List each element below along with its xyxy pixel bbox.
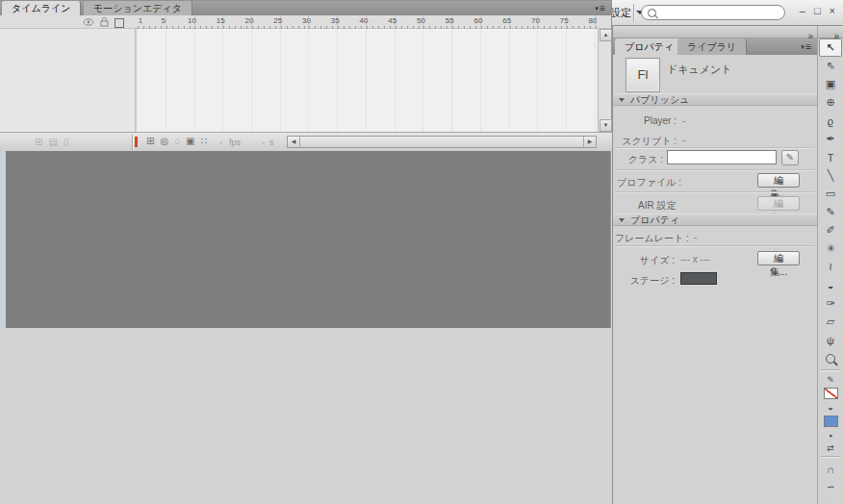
maximize-button[interactable]: □	[814, 3, 821, 18]
publish-section-header[interactable]: パブリッシュ	[613, 93, 817, 106]
layer-list-pane[interactable]	[0, 29, 135, 132]
text-tool[interactable]: T	[818, 148, 843, 166]
brush-tool[interactable]: ✐	[818, 221, 843, 239]
frame-number: 70	[531, 16, 540, 25]
lasso-tool[interactable]: ϱ	[818, 112, 843, 130]
edit-class-pencil-button[interactable]: ✎	[781, 150, 799, 165]
straighten-option[interactable]: ∟	[818, 496, 843, 504]
selection-tool[interactable]: ↖	[819, 38, 842, 57]
bone-tool[interactable]: ≀	[818, 258, 843, 276]
minimize-button[interactable]: –	[800, 3, 805, 18]
row-divider	[615, 147, 814, 149]
fps-value: -	[219, 138, 222, 147]
frame-number: 65	[502, 16, 511, 25]
tab-properties[interactable]: プロパティ	[615, 38, 684, 55]
air-edit-button[interactable]: 編集...	[757, 196, 800, 211]
pencil-tool[interactable]: ✎	[818, 203, 843, 221]
zoom-tool[interactable]	[818, 349, 843, 367]
horizontal-scrollbar[interactable]: ◀ ▶	[287, 136, 597, 148]
properties-panel-menu-icon[interactable]: ▾☰	[801, 43, 812, 51]
collapse-triangle-icon	[619, 98, 625, 102]
pen-tool[interactable]: ✒	[818, 130, 843, 148]
frame-number: 30	[302, 16, 311, 25]
document-icon: Fl	[626, 58, 660, 92]
center-frame-button-icon[interactable]: ⊞	[146, 136, 154, 146]
scroll-down-button[interactable]: ▼	[600, 119, 612, 132]
frame-number: 60	[474, 16, 483, 25]
stage-color-label: ステージ :	[613, 274, 675, 288]
frame-number: 80	[589, 16, 597, 25]
stroke-color-icon[interactable]: ✎	[818, 373, 843, 386]
layer-outline-icon[interactable]	[115, 18, 124, 28]
fill-color-swatch[interactable]	[824, 416, 838, 427]
magnifier-icon	[826, 354, 835, 364]
paint-bucket-tool[interactable]: ◒	[818, 276, 843, 294]
air-settings-label: AIR 設定	[638, 199, 676, 213]
tab-motion-editor[interactable]: モーションエディタ	[84, 1, 192, 15]
layer-lock-icon[interactable]	[100, 17, 109, 27]
seconds-label: s	[269, 138, 274, 147]
playhead-marker-icon[interactable]	[135, 137, 138, 147]
scroll-right-button[interactable]: ▶	[584, 137, 596, 147]
properties-section-header[interactable]: プロパティ	[613, 214, 817, 226]
new-folder-button-icon[interactable]: ▤	[48, 137, 57, 147]
player-value: -	[682, 115, 685, 126]
frame-number: 20	[245, 16, 254, 25]
swap-colors-button[interactable]: ⇄	[818, 441, 843, 454]
new-layer-button-icon[interactable]: ⊞	[35, 137, 42, 147]
layer-visibility-icon[interactable]	[83, 18, 94, 26]
modify-markers-button-icon[interactable]: ∷	[201, 136, 207, 146]
close-button[interactable]: ×	[830, 3, 835, 18]
hand-tool[interactable]: ψ	[818, 331, 843, 349]
edit-multiple-frames-button-icon[interactable]: ▣	[186, 136, 194, 146]
fill-color-icon[interactable]: ◒	[818, 401, 843, 414]
script-value: -	[682, 135, 685, 145]
tool-stack: ↖⇖▣⊕ϱ✒T╲▭✎✐✳≀◒✑▱ψ✎◒▪⇄∩∽∟	[818, 38, 843, 504]
profile-edit-button[interactable]: 編集...	[757, 173, 800, 188]
line-tool[interactable]: ╲	[818, 166, 843, 185]
subselection-tool[interactable]: ⇖	[818, 57, 843, 75]
scrollbar-thumb[interactable]	[299, 137, 584, 147]
timeline-tabbar: タイムライン モーションエディタ ▾☰	[0, 1, 611, 15]
size-edit-button[interactable]: 編集...	[757, 251, 800, 265]
tab-library[interactable]: ライブラリ	[677, 38, 747, 55]
tab-timeline[interactable]: タイムライン	[2, 1, 81, 15]
smooth-option[interactable]: ∽	[818, 478, 843, 496]
rectangle-tool[interactable]: ▭	[818, 185, 843, 203]
search-box[interactable]	[641, 5, 785, 20]
onion-skin-button-icon[interactable]: ◎	[160, 136, 168, 146]
flash-application-window: Fl ファイル(F)編集(E)コマンド(C)ウィンドウ(W)ヘルプ(H) 初期設…	[0, 0, 843, 504]
menubar-divider	[633, 4, 634, 22]
layer-buttons: ⊞▤▯	[35, 137, 68, 147]
snap-to-objects-toggle[interactable]: ∩	[818, 460, 843, 478]
timeline-ruler[interactable]: 15101520253035404550556065707580	[138, 15, 597, 29]
script-label: スクリプト :	[613, 135, 677, 148]
stage-color-swatch[interactable]	[680, 272, 717, 285]
free-transform-tool[interactable]: ▣	[818, 75, 843, 93]
delete-layer-button-icon[interactable]: ▯	[64, 137, 69, 147]
frames-grid[interactable]	[138, 29, 598, 132]
frame-number: 10	[188, 16, 196, 25]
size-label: サイズ :	[613, 254, 675, 267]
deco-tool[interactable]: ✳	[818, 239, 843, 258]
eraser-tool[interactable]: ▱	[818, 313, 843, 331]
frame-number: 5	[162, 16, 166, 25]
stroke-color-swatch[interactable]	[824, 388, 838, 399]
eyedropper-tool[interactable]: ✑	[818, 294, 843, 313]
tools-divider	[821, 369, 840, 371]
elapsed-seconds-value: -	[262, 138, 265, 147]
fps-label[interactable]: fps	[229, 138, 241, 147]
tools-panel: » ↖⇖▣⊕ϱ✒T╲▭✎✐✳≀◒✑▱ψ✎◒▪⇄∩∽∟	[817, 26, 843, 504]
3d-rotation-tool[interactable]: ⊕	[818, 93, 843, 112]
scroll-up-button[interactable]: ▲	[600, 29, 612, 41]
class-input[interactable]	[667, 150, 777, 164]
size-value: --- x ---	[680, 254, 710, 265]
panel-dock-header: »	[613, 26, 817, 38]
scroll-left-button[interactable]: ◀	[288, 137, 299, 147]
tools-divider	[821, 456, 840, 458]
vertical-scrollbar[interactable]: ▲ ▼	[598, 29, 611, 132]
timeline-panel-menu-icon[interactable]: ▾☰	[595, 5, 606, 13]
search-input[interactable]	[660, 7, 766, 18]
onion-skin-outlines-button-icon[interactable]: ◌	[174, 136, 180, 146]
black-white-colors-button[interactable]: ▪	[818, 429, 843, 441]
